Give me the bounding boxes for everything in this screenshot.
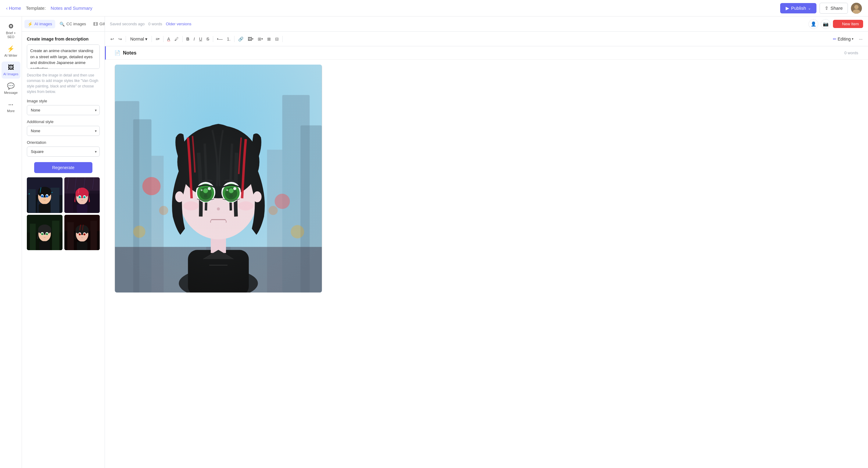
svg-rect-7 [51, 188, 60, 213]
sidebar-item-message[interactable]: 💬 Message [2, 80, 21, 97]
sidebar-item-brief-seo[interactable]: ⚙ Brief + SEO [2, 20, 21, 41]
regenerate-button[interactable]: Regenerate [34, 162, 92, 173]
share-label: Share [831, 5, 843, 11]
undo-icon: ↩ [111, 37, 114, 41]
additional-style-select-wrapper: None Dark Neon Vintage ▾ [27, 126, 100, 136]
redo-button[interactable]: ↪ [117, 35, 124, 43]
text-color-button[interactable]: A [165, 35, 172, 43]
share-button[interactable]: ⇧ Share [819, 3, 848, 14]
bullet-list-button[interactable]: •— [215, 35, 224, 43]
svg-rect-23 [64, 194, 73, 213]
italic-button[interactable]: I [192, 35, 197, 43]
more-options-button[interactable]: ··· [857, 35, 864, 43]
image-thumbnail-4[interactable] [64, 215, 100, 250]
sidebar-item-label-message: Message [4, 91, 18, 95]
tab-ai-images[interactable]: ⚡ AI images [24, 20, 55, 28]
svg-point-49 [42, 233, 43, 234]
ordered-list-icon: 1. [227, 37, 230, 41]
bold-button[interactable]: B [185, 35, 191, 43]
underline-icon: U [199, 37, 202, 41]
tab-cc-images[interactable]: 🔍 CC images [56, 20, 89, 28]
image-insert-button[interactable]: 🖼 ▾ [246, 35, 255, 43]
svg-rect-20 [39, 204, 51, 213]
publish-button[interactable]: ▶ Publish ⌄ [780, 3, 816, 13]
new-item-button[interactable]: New Item [833, 20, 863, 28]
svg-point-38 [85, 197, 85, 197]
text-color-icon: A [167, 37, 170, 41]
sidebar-item-label-ai-images: AI Images [3, 72, 19, 76]
sidebar-item-ai-writer[interactable]: ⚡ AI Writer [2, 43, 21, 60]
tab-ai-images-label: AI images [34, 22, 52, 26]
older-versions-link[interactable]: Older versions [166, 22, 191, 26]
image-style-select[interactable]: None Realistic Anime Cartoon Abstract [27, 105, 100, 115]
create-image-title: Create image from description [27, 37, 100, 41]
svg-rect-110 [115, 65, 322, 293]
extra-icon: ⊟ [275, 37, 279, 41]
tab-gifs[interactable]: 🎞 GIFs [90, 20, 105, 28]
tab-cc-images-label: CC images [66, 22, 86, 26]
camera-button[interactable]: 📷 [821, 19, 831, 29]
strikethrough-icon: S [207, 37, 209, 41]
avatar[interactable] [851, 3, 862, 14]
additional-style-select[interactable]: None Dark Neon Vintage [27, 126, 100, 136]
align-icon: ≡ [156, 37, 158, 41]
svg-rect-24 [89, 191, 100, 213]
insert-image-icon: 🖼 [248, 37, 252, 41]
icon-sidebar: ⚙ Brief + SEO ⚡ AI Writer 🖼 AI Images 💬 … [0, 16, 22, 468]
highlight-icon: 🖊 [175, 37, 179, 41]
chat-icon: 💬 [7, 82, 14, 90]
chevron-down-icon: ⌄ [808, 6, 811, 10]
image-thumbnail-3[interactable] [27, 215, 63, 250]
undo-button[interactable]: ↩ [108, 35, 116, 43]
image-grid [27, 177, 100, 250]
toolbar-divider-3 [163, 36, 163, 42]
svg-rect-57 [67, 222, 73, 250]
link-button[interactable]: 🔗 [236, 35, 245, 43]
editor-topbar: Saved seconds ago 0 words Older versions… [105, 16, 868, 32]
strikethrough-button[interactable]: S [205, 35, 211, 43]
clear-format-button[interactable]: ⊠ [265, 35, 273, 43]
image-style-select-wrapper: None Realistic Anime Cartoon Abstract ▾ [27, 105, 100, 115]
home-link[interactable]: ‹ Home [6, 5, 21, 11]
red-dot-icon [837, 23, 840, 26]
sidebar-item-label-more: More [7, 109, 14, 113]
template-name[interactable]: Notes and Summary [51, 5, 92, 11]
style-chevron-down-icon: ▾ [145, 37, 147, 41]
editing-chevron-icon: ▾ [852, 37, 854, 40]
play-icon: ▶ [786, 5, 789, 11]
align-chevron-icon: ▾ [158, 37, 159, 40]
sidebar-item-more[interactable]: ··· More [2, 98, 21, 115]
sidebar-item-ai-images[interactable]: 🖼 AI Images [2, 62, 21, 78]
panel-content: Create image from description Create an … [22, 32, 104, 468]
prompt-textarea[interactable]: Create an anime character standing on a … [27, 44, 100, 69]
ordered-list-button[interactable]: 1. [225, 35, 232, 43]
template-prefix: Template: [26, 5, 46, 11]
new-item-label: New Item [842, 22, 859, 26]
svg-point-15 [42, 196, 43, 196]
image-thumbnail-2[interactable] [64, 177, 100, 213]
table-icon: ⊞ [258, 37, 261, 41]
user-icon: 👤 [811, 21, 816, 27]
user-avatar-button[interactable]: 👤 [808, 19, 818, 29]
italic-icon: I [194, 37, 195, 41]
table-button[interactable]: ⊞ ▾ [256, 35, 265, 43]
underline-button[interactable]: U [197, 35, 204, 43]
main-image [115, 65, 322, 293]
share-icon: ⇧ [825, 5, 829, 11]
image-thumbnail-1[interactable] [27, 177, 63, 213]
svg-rect-69 [76, 241, 87, 250]
extra-button[interactable]: ⊟ [273, 35, 281, 43]
lightning-icon: ⚡ [7, 45, 14, 53]
orientation-select[interactable]: Square Landscape Portrait [27, 146, 100, 157]
editing-button[interactable]: ✏ Editing ▾ [830, 35, 857, 43]
align-button[interactable]: ≡ ▾ [154, 35, 161, 43]
toolbar-divider-1 [126, 36, 126, 42]
svg-point-19 [47, 196, 48, 196]
panel-tabs: ⚡ AI images 🔍 CC images 🎞 GIFs ‹ [22, 16, 104, 32]
orientation-label: Orientation [27, 140, 100, 145]
doc-icon: 📄 [114, 50, 121, 56]
style-select-button[interactable]: Normal ▾ [128, 35, 150, 43]
search-tab-icon: 🔍 [60, 22, 65, 27]
highlight-button[interactable]: 🖊 [173, 35, 181, 43]
top-nav: ‹ Home Template: Notes and Summary ▶ Pub… [0, 0, 868, 16]
